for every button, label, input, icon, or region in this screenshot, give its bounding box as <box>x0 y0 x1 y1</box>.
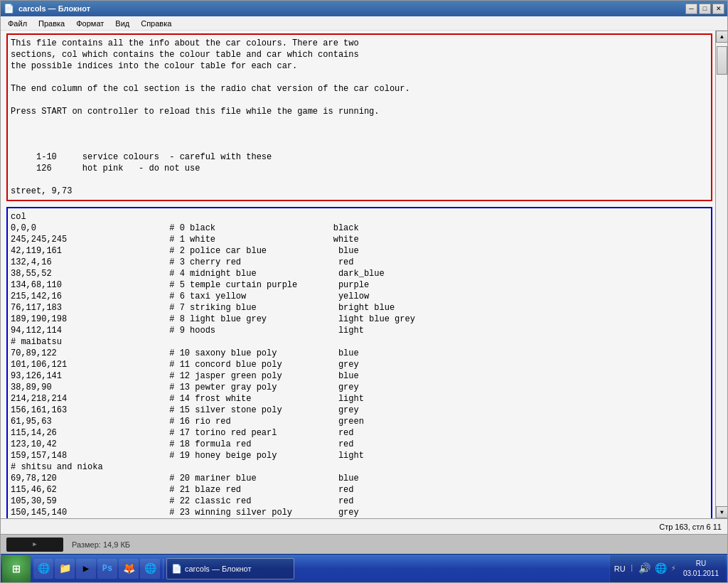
scroll-track[interactable] <box>716 43 727 506</box>
comment-text: This file contains all the info about th… <box>11 38 708 197</box>
network-icon[interactable]: 🌐 <box>655 562 667 574</box>
maximize-button[interactable]: □ <box>699 4 711 14</box>
taskbar-notepad-label: carcols — Блокнот <box>185 565 252 573</box>
data-section: col 0,0,0 # 0 black black 245,245,245 # … <box>6 207 712 518</box>
menu-format[interactable]: Формат <box>70 18 109 28</box>
scroll-up-button[interactable]: ▲ <box>716 31 727 43</box>
content-area: This file contains all the info about th… <box>1 31 727 518</box>
media-icon[interactable]: ▶ <box>76 559 96 579</box>
speaker-icon[interactable]: 🔊 <box>638 562 651 574</box>
main-window: 📄 carcols — Блокнот ─ □ ✕ Файл Правка Фо… <box>0 0 728 583</box>
media-icon-symbol: ▶ <box>83 562 89 574</box>
clock[interactable]: RU 03.01.2011 <box>680 559 722 579</box>
editor-content[interactable]: This file contains all the info about th… <box>1 31 715 518</box>
taskbar-notepad-icon: 📄 <box>171 564 182 574</box>
ie-icon[interactable]: 🌐 <box>33 559 53 579</box>
ps-icon[interactable]: Ps <box>97 559 117 579</box>
clock-date: 03.01.2011 <box>683 569 719 579</box>
browser-icon-symbol: 🌐 <box>144 562 156 574</box>
game-thumbnail: ▶ <box>6 537 63 552</box>
window-title: carcols — Блокнот <box>18 4 90 13</box>
menu-edit[interactable]: Правка <box>33 18 70 28</box>
clock-time: RU <box>683 559 719 569</box>
title-bar: 📄 carcols — Блокнот ─ □ ✕ <box>1 1 727 16</box>
status-bar: Стр 163, стл 6 11 <box>1 518 727 534</box>
tray-separator: | <box>630 565 634 572</box>
firefox-icon[interactable]: 🦊 <box>119 559 139 579</box>
text-area[interactable]: This file contains all the info about th… <box>1 31 715 518</box>
folder-icon-symbol: 📁 <box>59 562 71 574</box>
menu-file[interactable]: Файл <box>2 18 33 28</box>
title-bar-icon: 📄 <box>4 4 14 14</box>
firefox-icon-symbol: 🦊 <box>123 562 135 574</box>
title-bar-buttons: ─ □ ✕ <box>685 4 724 14</box>
lang-indicator: RU <box>614 565 626 573</box>
menu-view[interactable]: Вид <box>109 18 135 28</box>
title-bar-text: 📄 carcols — Блокнот <box>4 4 90 14</box>
menu-help[interactable]: Справка <box>135 18 177 28</box>
scroll-thumb[interactable] <box>717 46 727 75</box>
scroll-down-button[interactable]: ▼ <box>716 506 727 518</box>
file-info-bar: ▶ Размер: 14,9 КБ <box>1 534 727 554</box>
start-button[interactable]: ⊞ <box>2 555 31 582</box>
taskbar-notepad-item[interactable]: 📄 carcols — Блокнот <box>166 558 294 579</box>
ie-icon-symbol: 🌐 <box>38 562 50 574</box>
taskbar: ⊞ 🌐 📁 ▶ Ps 🦊 🌐 📄 ca <box>1 554 727 582</box>
close-button[interactable]: ✕ <box>712 4 724 14</box>
comment-section: This file contains all the info about th… <box>6 33 712 201</box>
minimize-button[interactable]: ─ <box>685 4 697 14</box>
data-text: col 0,0,0 # 0 black black 245,245,245 # … <box>11 211 708 518</box>
ps-icon-symbol: Ps <box>102 564 112 574</box>
system-tray: RU | 🔊 🌐 ⚡ RU 03.01.2011 <box>609 555 726 582</box>
status-text: Стр 163, стл 6 11 <box>659 523 722 531</box>
game-thumb-icon: ▶ <box>33 540 36 548</box>
scrollbar[interactable]: ▲ ▼ <box>715 31 727 518</box>
quick-launch: 🌐 📁 ▶ Ps 🦊 🌐 <box>33 559 164 579</box>
file-size-label: Размер: 14,9 КБ <box>72 540 130 549</box>
browser-icon[interactable]: 🌐 <box>140 559 160 579</box>
power-icon[interactable]: ⚡ <box>671 563 676 574</box>
folder-icon[interactable]: 📁 <box>55 559 75 579</box>
start-orb-icon: ⊞ <box>13 561 21 577</box>
menu-bar: Файл Правка Формат Вид Справка <box>1 16 727 31</box>
